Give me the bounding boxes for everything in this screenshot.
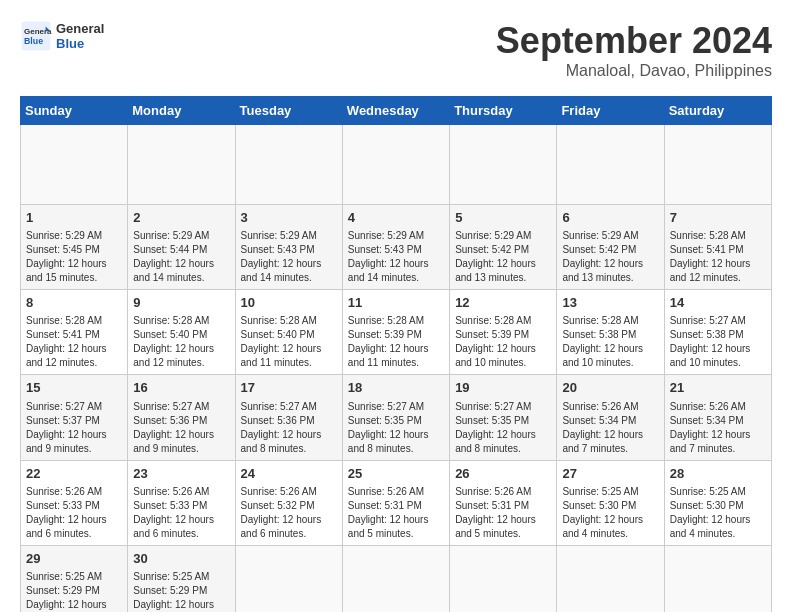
day-info: Sunrise: 5:27 AM Sunset: 5:36 PM Dayligh… [241, 400, 337, 456]
calendar-cell: 8Sunrise: 5:28 AM Sunset: 5:41 PM Daylig… [21, 290, 128, 375]
weekday-header-row: SundayMondayTuesdayWednesdayThursdayFrid… [21, 97, 772, 125]
calendar-cell: 17Sunrise: 5:27 AM Sunset: 5:36 PM Dayli… [235, 375, 342, 460]
calendar-cell: 26Sunrise: 5:26 AM Sunset: 5:31 PM Dayli… [450, 460, 557, 545]
day-number: 30 [133, 550, 229, 568]
calendar-week-2: 8Sunrise: 5:28 AM Sunset: 5:41 PM Daylig… [21, 290, 772, 375]
day-number: 28 [670, 465, 766, 483]
calendar-cell: 14Sunrise: 5:27 AM Sunset: 5:38 PM Dayli… [664, 290, 771, 375]
day-number: 17 [241, 379, 337, 397]
day-info: Sunrise: 5:29 AM Sunset: 5:43 PM Dayligh… [348, 229, 444, 285]
calendar-week-5: 29Sunrise: 5:25 AM Sunset: 5:29 PM Dayli… [21, 545, 772, 612]
calendar-cell: 20Sunrise: 5:26 AM Sunset: 5:34 PM Dayli… [557, 375, 664, 460]
day-number: 21 [670, 379, 766, 397]
calendar-cell: 11Sunrise: 5:28 AM Sunset: 5:39 PM Dayli… [342, 290, 449, 375]
calendar-cell [235, 545, 342, 612]
svg-text:Blue: Blue [24, 36, 43, 46]
calendar-cell: 29Sunrise: 5:25 AM Sunset: 5:29 PM Dayli… [21, 545, 128, 612]
day-info: Sunrise: 5:29 AM Sunset: 5:42 PM Dayligh… [562, 229, 658, 285]
day-number: 3 [241, 209, 337, 227]
calendar-cell [450, 545, 557, 612]
calendar-cell: 22Sunrise: 5:26 AM Sunset: 5:33 PM Dayli… [21, 460, 128, 545]
day-info: Sunrise: 5:26 AM Sunset: 5:34 PM Dayligh… [670, 400, 766, 456]
day-number: 6 [562, 209, 658, 227]
day-info: Sunrise: 5:25 AM Sunset: 5:30 PM Dayligh… [562, 485, 658, 541]
day-info: Sunrise: 5:25 AM Sunset: 5:29 PM Dayligh… [133, 570, 229, 612]
day-info: Sunrise: 5:26 AM Sunset: 5:34 PM Dayligh… [562, 400, 658, 456]
day-number: 13 [562, 294, 658, 312]
calendar-cell: 23Sunrise: 5:26 AM Sunset: 5:33 PM Dayli… [128, 460, 235, 545]
day-info: Sunrise: 5:26 AM Sunset: 5:31 PM Dayligh… [348, 485, 444, 541]
calendar-cell: 1Sunrise: 5:29 AM Sunset: 5:45 PM Daylig… [21, 205, 128, 290]
calendar-cell: 30Sunrise: 5:25 AM Sunset: 5:29 PM Dayli… [128, 545, 235, 612]
day-number: 25 [348, 465, 444, 483]
day-number: 16 [133, 379, 229, 397]
calendar-cell: 2Sunrise: 5:29 AM Sunset: 5:44 PM Daylig… [128, 205, 235, 290]
calendar-cell: 18Sunrise: 5:27 AM Sunset: 5:35 PM Dayli… [342, 375, 449, 460]
day-info: Sunrise: 5:26 AM Sunset: 5:33 PM Dayligh… [26, 485, 122, 541]
day-number: 22 [26, 465, 122, 483]
day-number: 24 [241, 465, 337, 483]
day-info: Sunrise: 5:26 AM Sunset: 5:33 PM Dayligh… [133, 485, 229, 541]
calendar-cell [450, 125, 557, 205]
weekday-header-saturday: Saturday [664, 97, 771, 125]
title-block: September 2024 Manaloal, Davao, Philippi… [496, 20, 772, 80]
day-info: Sunrise: 5:28 AM Sunset: 5:39 PM Dayligh… [455, 314, 551, 370]
day-info: Sunrise: 5:25 AM Sunset: 5:30 PM Dayligh… [670, 485, 766, 541]
day-number: 1 [26, 209, 122, 227]
calendar-cell: 7Sunrise: 5:28 AM Sunset: 5:41 PM Daylig… [664, 205, 771, 290]
day-info: Sunrise: 5:27 AM Sunset: 5:38 PM Dayligh… [670, 314, 766, 370]
calendar-cell: 24Sunrise: 5:26 AM Sunset: 5:32 PM Dayli… [235, 460, 342, 545]
day-number: 27 [562, 465, 658, 483]
day-info: Sunrise: 5:27 AM Sunset: 5:36 PM Dayligh… [133, 400, 229, 456]
calendar-cell: 9Sunrise: 5:28 AM Sunset: 5:40 PM Daylig… [128, 290, 235, 375]
day-number: 2 [133, 209, 229, 227]
day-number: 8 [26, 294, 122, 312]
calendar-week-4: 22Sunrise: 5:26 AM Sunset: 5:33 PM Dayli… [21, 460, 772, 545]
day-number: 19 [455, 379, 551, 397]
day-info: Sunrise: 5:28 AM Sunset: 5:39 PM Dayligh… [348, 314, 444, 370]
calendar-week-0 [21, 125, 772, 205]
day-info: Sunrise: 5:29 AM Sunset: 5:44 PM Dayligh… [133, 229, 229, 285]
location-subtitle: Manaloal, Davao, Philippines [496, 62, 772, 80]
calendar-table: SundayMondayTuesdayWednesdayThursdayFrid… [20, 96, 772, 612]
calendar-cell: 10Sunrise: 5:28 AM Sunset: 5:40 PM Dayli… [235, 290, 342, 375]
day-info: Sunrise: 5:27 AM Sunset: 5:35 PM Dayligh… [455, 400, 551, 456]
calendar-cell: 28Sunrise: 5:25 AM Sunset: 5:30 PM Dayli… [664, 460, 771, 545]
calendar-cell [235, 125, 342, 205]
weekday-header-tuesday: Tuesday [235, 97, 342, 125]
calendar-week-3: 15Sunrise: 5:27 AM Sunset: 5:37 PM Dayli… [21, 375, 772, 460]
day-number: 7 [670, 209, 766, 227]
day-info: Sunrise: 5:28 AM Sunset: 5:38 PM Dayligh… [562, 314, 658, 370]
calendar-cell: 16Sunrise: 5:27 AM Sunset: 5:36 PM Dayli… [128, 375, 235, 460]
day-number: 12 [455, 294, 551, 312]
calendar-cell [21, 125, 128, 205]
calendar-cell: 6Sunrise: 5:29 AM Sunset: 5:42 PM Daylig… [557, 205, 664, 290]
calendar-cell [557, 545, 664, 612]
day-number: 18 [348, 379, 444, 397]
page-header: General Blue General Blue September 2024… [20, 20, 772, 80]
calendar-cell: 15Sunrise: 5:27 AM Sunset: 5:37 PM Dayli… [21, 375, 128, 460]
calendar-cell [342, 545, 449, 612]
day-number: 15 [26, 379, 122, 397]
day-info: Sunrise: 5:27 AM Sunset: 5:35 PM Dayligh… [348, 400, 444, 456]
weekday-header-friday: Friday [557, 97, 664, 125]
day-info: Sunrise: 5:28 AM Sunset: 5:40 PM Dayligh… [241, 314, 337, 370]
logo: General Blue General Blue [20, 20, 104, 52]
day-info: Sunrise: 5:28 AM Sunset: 5:40 PM Dayligh… [133, 314, 229, 370]
day-info: Sunrise: 5:26 AM Sunset: 5:31 PM Dayligh… [455, 485, 551, 541]
calendar-cell [664, 125, 771, 205]
day-info: Sunrise: 5:28 AM Sunset: 5:41 PM Dayligh… [670, 229, 766, 285]
day-number: 9 [133, 294, 229, 312]
logo-line1: General [56, 21, 104, 36]
calendar-cell: 4Sunrise: 5:29 AM Sunset: 5:43 PM Daylig… [342, 205, 449, 290]
calendar-cell [557, 125, 664, 205]
day-info: Sunrise: 5:28 AM Sunset: 5:41 PM Dayligh… [26, 314, 122, 370]
logo-line2: Blue [56, 36, 104, 51]
calendar-body: 1Sunrise: 5:29 AM Sunset: 5:45 PM Daylig… [21, 125, 772, 613]
calendar-cell [342, 125, 449, 205]
month-title: September 2024 [496, 20, 772, 62]
calendar-cell: 5Sunrise: 5:29 AM Sunset: 5:42 PM Daylig… [450, 205, 557, 290]
day-number: 10 [241, 294, 337, 312]
calendar-cell [128, 125, 235, 205]
day-number: 4 [348, 209, 444, 227]
